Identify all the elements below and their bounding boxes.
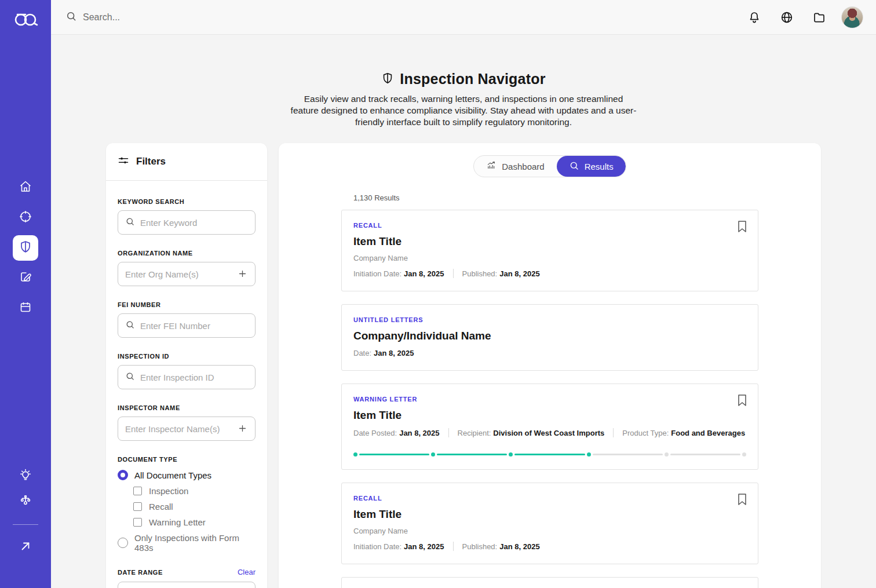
search-icon bbox=[125, 217, 135, 229]
app-logo-icon[interactable] bbox=[13, 7, 38, 30]
search-icon bbox=[65, 10, 77, 24]
timeline-dot-pending bbox=[742, 452, 746, 456]
card-title: Item Title bbox=[353, 409, 746, 422]
sidebar-item-launch[interactable] bbox=[13, 535, 38, 560]
timeline-segment bbox=[359, 454, 429, 456]
option-inspection[interactable]: Inspection bbox=[133, 486, 256, 496]
card-category-label: RECALL bbox=[353, 495, 746, 502]
timeline-segment bbox=[514, 454, 585, 456]
radio-checked-icon[interactable] bbox=[118, 470, 128, 480]
filters-title: Filters bbox=[136, 156, 166, 167]
timeline-dot-complete bbox=[587, 452, 591, 456]
result-card[interactable]: WARNING LETTERItem TitleDate Posted:Jan … bbox=[341, 384, 758, 470]
timeline-dot-complete bbox=[353, 452, 357, 456]
inspector-name-label: INSPECTOR NAME bbox=[118, 404, 256, 411]
timeline-segment bbox=[670, 454, 740, 456]
search-input[interactable] bbox=[83, 12, 315, 23]
option-all-document-types[interactable]: All Document Types bbox=[118, 470, 256, 480]
fei-number-input[interactable] bbox=[140, 321, 248, 331]
result-card[interactable]: RECALLItem TitleCompany NameInitiation D… bbox=[341, 483, 758, 564]
result-card[interactable]: UNTITLED LETTERSCompany/Individual NameD… bbox=[341, 577, 758, 588]
inspection-id-field[interactable] bbox=[118, 365, 256, 389]
fei-number-field[interactable] bbox=[118, 313, 256, 338]
shield-title-icon bbox=[381, 72, 394, 87]
tab-results[interactable]: Results bbox=[557, 156, 626, 177]
org-name-input[interactable] bbox=[125, 269, 232, 279]
view-toggle: Dashboard Results bbox=[473, 155, 626, 177]
sidebar-item-home[interactable] bbox=[13, 175, 38, 200]
organization-name-field[interactable] bbox=[118, 262, 256, 286]
inspector-name-field[interactable] bbox=[118, 417, 256, 441]
compose-icon bbox=[19, 270, 32, 286]
page-title: Inspection Navigator bbox=[400, 71, 545, 87]
search-icon bbox=[125, 371, 135, 384]
keyword-input[interactable] bbox=[140, 218, 248, 228]
radio-icon[interactable] bbox=[118, 538, 128, 548]
meta-item: Date:Jan 8, 2025 bbox=[353, 349, 414, 357]
card-title: Item Title bbox=[353, 235, 746, 248]
inspection-id-input[interactable] bbox=[140, 372, 248, 382]
card-meta-row: Date Posted:Jan 8, 2025Recipient:Divisio… bbox=[353, 428, 746, 437]
fei-number-label: FEI NUMBER bbox=[118, 301, 256, 308]
result-card[interactable]: RECALLItem TitleCompany NameInitiation D… bbox=[341, 210, 758, 291]
tab-dashboard[interactable]: Dashboard bbox=[474, 156, 556, 177]
option-only-inspections-483[interactable]: Only Inspections with Form 483s bbox=[118, 533, 256, 553]
meta-item: Published:Jan 8, 2025 bbox=[462, 542, 540, 551]
shield-icon bbox=[19, 240, 32, 256]
checkbox-icon[interactable] bbox=[133, 502, 142, 511]
bookmark-icon[interactable] bbox=[737, 493, 747, 506]
sidebar-item-compose[interactable] bbox=[13, 265, 38, 291]
sidebar-item-ideas[interactable] bbox=[13, 463, 38, 489]
add-org-icon[interactable] bbox=[238, 269, 248, 279]
page-subtitle: Easily view and track recalls, warning l… bbox=[290, 93, 637, 128]
target-icon bbox=[19, 210, 32, 226]
bell-icon[interactable] bbox=[747, 10, 761, 24]
topbar bbox=[51, 0, 876, 35]
timeline-dot-complete bbox=[509, 452, 513, 456]
sidebar-divider bbox=[13, 524, 38, 525]
meta-item: Published:Jan 8, 2025 bbox=[462, 269, 540, 278]
app-root: Inspection Navigator Easily view and tra… bbox=[0, 0, 876, 588]
scale-icon bbox=[19, 494, 32, 510]
option-warning-letter[interactable]: Warning Letter bbox=[133, 517, 256, 527]
checkbox-icon[interactable] bbox=[133, 518, 142, 527]
option-recall[interactable]: Recall bbox=[133, 502, 256, 512]
sidebar-item-scale[interactable] bbox=[13, 489, 38, 514]
document-type-label: DOCUMENT TYPE bbox=[118, 456, 256, 463]
bookmark-icon[interactable] bbox=[737, 394, 747, 407]
filters-sliders-icon bbox=[118, 155, 129, 169]
inspector-name-input[interactable] bbox=[125, 424, 232, 434]
lightbulb-icon bbox=[19, 468, 32, 484]
sidebar-item-target[interactable] bbox=[13, 205, 38, 231]
keyword-search-field[interactable] bbox=[118, 210, 256, 235]
card-category-label: RECALL bbox=[353, 222, 746, 229]
topbar-actions bbox=[747, 6, 863, 28]
result-card[interactable]: UNTITLED LETTERSCompany/Individual NameD… bbox=[341, 304, 758, 371]
checkbox-icon[interactable] bbox=[133, 487, 142, 495]
sidebar-item-calendar[interactable] bbox=[13, 295, 38, 321]
card-meta-row: Date:Jan 8, 2025 bbox=[353, 349, 746, 357]
folder-icon[interactable] bbox=[812, 10, 826, 24]
search-icon bbox=[569, 160, 579, 173]
sidebar-item-inspection-navigator[interactable] bbox=[13, 235, 38, 261]
globe-icon[interactable] bbox=[780, 10, 794, 24]
card-meta-row: Initiation Date:Jan 8, 2025Published:Jan… bbox=[353, 542, 746, 551]
avatar[interactable] bbox=[841, 6, 863, 28]
add-inspector-icon[interactable] bbox=[238, 423, 248, 434]
global-search[interactable] bbox=[65, 10, 747, 24]
bookmark-icon[interactable] bbox=[737, 220, 747, 233]
date-start-field[interactable] bbox=[118, 582, 256, 588]
inspection-id-label: INSPECTION ID bbox=[118, 353, 256, 360]
chart-icon bbox=[486, 160, 497, 173]
meta-divider bbox=[613, 428, 614, 437]
card-category-label: UNTITLED LETTERS bbox=[353, 316, 746, 323]
card-category-label: WARNING LETTER bbox=[353, 396, 746, 403]
organization-name-label: ORGANIZATION NAME bbox=[118, 250, 256, 257]
card-meta-row: Initiation Date:Jan 8, 2025Published:Jan… bbox=[353, 269, 746, 278]
clear-date-range-link[interactable]: Clear bbox=[238, 568, 256, 576]
timeline-segment bbox=[593, 454, 663, 456]
results-panel: Dashboard Results 1,130 Results RECALLIt… bbox=[279, 143, 821, 588]
keyword-search-label: KEYWORD SEARCH bbox=[118, 198, 256, 205]
card-company-name: Company Name bbox=[353, 254, 746, 262]
timeline-dot-pending bbox=[665, 452, 669, 456]
